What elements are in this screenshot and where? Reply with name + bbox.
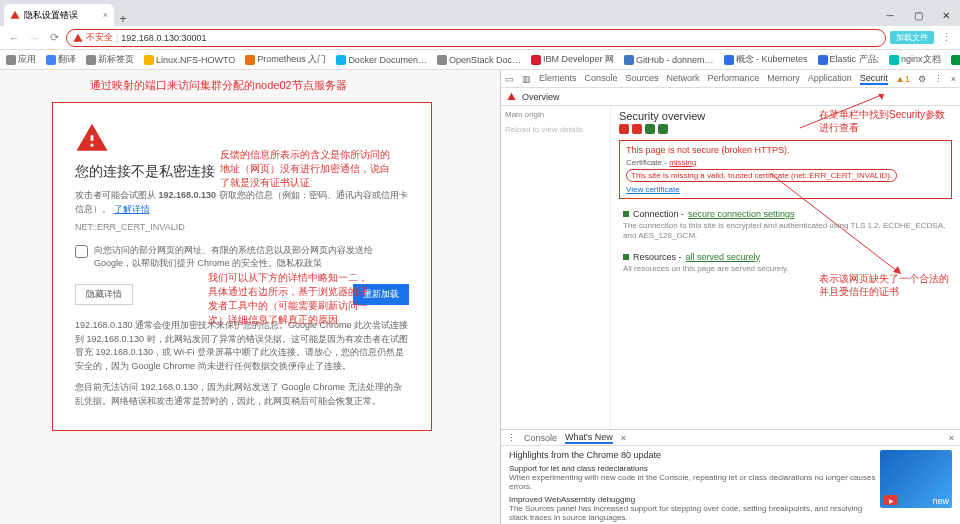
bookmark-item[interactable]: 新标签页	[86, 53, 134, 66]
address-bar[interactable]: 不安全 | 192.168.0.130:30001	[66, 29, 886, 47]
security-subtabs: Overview	[501, 88, 960, 106]
bookmark-icon	[86, 55, 96, 65]
highlight-2-title: Improved WebAssembly debugging	[509, 495, 880, 504]
arrow-icon	[800, 90, 890, 130]
svg-marker-1	[878, 94, 884, 100]
bookmark-item[interactable]: 应用	[6, 53, 36, 66]
drawer-dot-icon[interactable]: ⋮	[507, 433, 516, 443]
bookmark-label: 概念 - Kubernetes	[736, 53, 808, 66]
security-overview: Security overview 在菜单栏中找到Security参数进行查看 …	[611, 106, 960, 429]
devtools-tab-network[interactable]: Network	[667, 73, 700, 85]
highlights-title: Highlights from the Chrome 80 update	[509, 450, 880, 460]
bookmark-item[interactable]: 概念 - Kubernetes	[724, 53, 808, 66]
drawer-console-tab[interactable]: Console	[524, 433, 557, 443]
devtools-tab-memory[interactable]: Memory	[767, 73, 800, 85]
reload-hint: Reload to view details	[505, 125, 606, 134]
devtools-drawer: ⋮ Console What's New × × Highlights from…	[501, 429, 960, 524]
details-button[interactable]: 隐藏详情	[75, 284, 133, 305]
overview-tab[interactable]: Overview	[522, 92, 560, 102]
extension-badge[interactable]: 加载文件	[890, 31, 934, 44]
bookmark-item[interactable]: SuseBasic	[951, 55, 960, 65]
svg-line-2	[771, 174, 901, 274]
resources-link[interactable]: all served securely	[686, 252, 761, 262]
page-content: 通过映射的端口来访问集群分配的node02节点服务器 您的连接不是私密连接 攻击…	[0, 70, 500, 524]
error-code: NET::ERR_CERT_INVALID	[75, 222, 409, 232]
highlight-1-title: Support for let and class redeclarations	[509, 464, 880, 473]
devtools-tab-security[interactable]: Security	[860, 73, 888, 85]
promo-thumbnail[interactable]: ▶ new	[880, 450, 952, 508]
bookmark-item[interactable]: 翻译	[46, 53, 76, 66]
warning-icon	[10, 10, 20, 20]
settings-icon[interactable]: ⚙	[918, 74, 926, 84]
bookmark-item[interactable]: Linux.NFS-HOWTO	[144, 55, 235, 65]
security-sidebar: Main origin Reload to view details	[501, 106, 611, 429]
cert-missing-link[interactable]: missing	[669, 158, 696, 167]
annotation-top: 通过映射的端口来访问集群分配的node02节点服务器	[90, 78, 347, 93]
main-origin-label: Main origin	[505, 110, 606, 119]
bookmark-label: OpenStack Doc…	[449, 55, 521, 65]
more-icon[interactable]: ⋮	[934, 74, 943, 84]
alert-icon	[507, 92, 516, 101]
learn-more-link[interactable]: 了解详情	[114, 204, 150, 214]
device-icon[interactable]: ▥	[522, 74, 531, 84]
security-status: 不安全	[86, 31, 113, 44]
bookmark-item[interactable]: nginx文档	[889, 53, 941, 66]
bookmark-icon	[245, 55, 255, 65]
devtools-tab-sources[interactable]: Sources	[626, 73, 659, 85]
bookmark-item[interactable]: GitHub - donnem…	[624, 55, 714, 65]
bookmark-item[interactable]: Prometheus 入门	[245, 53, 326, 66]
url-bar: ← → ⟳ 不安全 | 192.168.0.130:30001 加载文件 ⋮	[0, 26, 960, 50]
new-label: new	[932, 496, 949, 506]
reload-button[interactable]: ⟳	[46, 30, 62, 46]
devtools-tab-elements[interactable]: Elements	[539, 73, 577, 85]
highlight-1-desc: When experimenting with new code in the …	[509, 473, 880, 491]
bookmarks-bar: 应用翻译新标签页Linux.NFS-HOWTOPrometheus 入门Dock…	[0, 50, 960, 70]
bookmark-label: Linux.NFS-HOWTO	[156, 55, 235, 65]
report-text: 向您访问的部分网页的网址、有限的系统信息以及部分网页内容发送给 Google，以…	[94, 244, 409, 270]
svg-marker-3	[893, 266, 901, 274]
bookmark-item[interactable]: OpenStack Doc…	[437, 55, 521, 65]
certificate-row: Certificate - missing	[626, 158, 945, 167]
drawer-whatsnew-tab[interactable]: What's New	[565, 432, 613, 444]
svg-line-0	[800, 94, 884, 128]
devtools-tab-console[interactable]: Console	[585, 73, 618, 85]
bookmark-label: GitHub - donnem…	[636, 55, 714, 65]
minimize-button[interactable]: ─	[876, 4, 904, 26]
bookmark-label: Docker Documen…	[348, 55, 427, 65]
inspect-icon[interactable]: ▭	[505, 74, 514, 84]
close-tab-icon[interactable]: ×	[103, 10, 108, 20]
bookmark-label: 新标签页	[98, 53, 134, 66]
devtools-tab-performance[interactable]: Performance	[708, 73, 760, 85]
titlebar: 隐私设置错误 × + ─ ▢ ✕	[0, 0, 960, 26]
bookmark-icon	[336, 55, 346, 65]
close-drawer-tab-icon[interactable]: ×	[621, 433, 626, 443]
new-tab-button[interactable]: +	[114, 12, 132, 26]
warnings-count[interactable]: ▲1	[896, 74, 910, 84]
bookmark-item[interactable]: Docker Documen…	[336, 55, 427, 65]
report-checkbox[interactable]	[75, 245, 88, 258]
close-button[interactable]: ✕	[932, 4, 960, 26]
bookmark-icon	[437, 55, 447, 65]
bookmark-icon	[889, 55, 899, 65]
window-controls: ─ ▢ ✕	[876, 4, 960, 26]
bookmark-label: Prometheus 入门	[257, 53, 326, 66]
highlight-2-desc: The Sources panel has increased support …	[509, 504, 880, 522]
close-drawer-icon[interactable]: ×	[949, 433, 954, 443]
bookmark-icon	[144, 55, 154, 65]
menu-button[interactable]: ⋮	[938, 30, 954, 46]
maximize-button[interactable]: ▢	[904, 4, 932, 26]
devtools-tab-application[interactable]: Application	[808, 73, 852, 85]
close-devtools-icon[interactable]: ×	[951, 74, 956, 84]
annotation-right: 反馈的信息所表示的含义是你所访问的地址（网页）没有进行加密通信，说白了就是没有证…	[220, 148, 390, 190]
youtube-icon: ▶	[884, 495, 898, 505]
devtools-panel: ▭ ▥ ElementsConsoleSourcesNetworkPerform…	[500, 70, 960, 524]
arrow-icon	[771, 174, 911, 284]
bookmark-icon	[6, 55, 16, 65]
bookmark-item[interactable]: IBM Developer 网	[531, 53, 614, 66]
browser-tab[interactable]: 隐私设置错误 ×	[4, 4, 114, 26]
alert-icon	[73, 33, 83, 43]
back-button[interactable]: ←	[6, 30, 22, 46]
url-text: 192.168.0.130:30001	[121, 33, 206, 43]
forward-button[interactable]: →	[26, 30, 42, 46]
bookmark-item[interactable]: Elastic 产品:	[818, 53, 880, 66]
